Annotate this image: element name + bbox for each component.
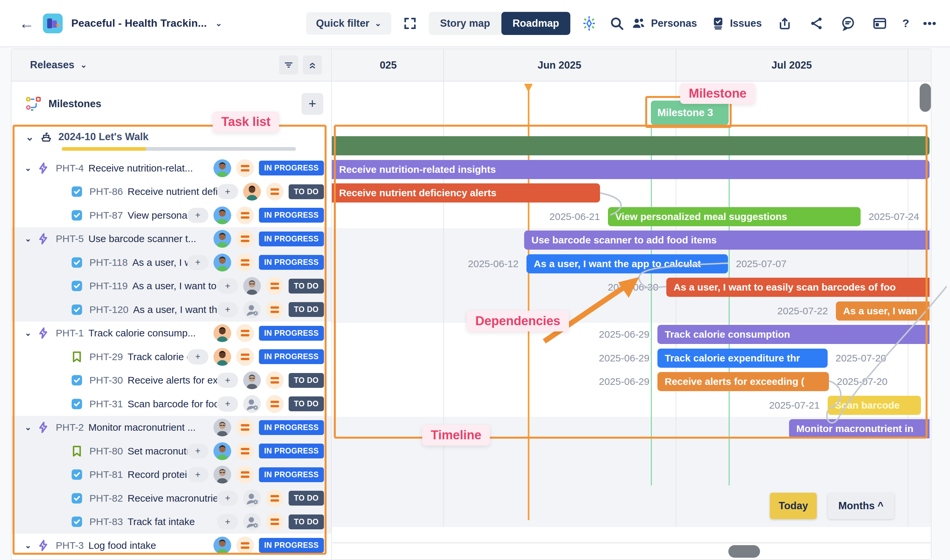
chevron-expand-icon[interactable]: ⌄ <box>25 131 34 143</box>
status-badge[interactable]: TO DO <box>289 302 324 317</box>
status-badge[interactable]: IN PROGRESS <box>259 467 324 482</box>
timeline-bar[interactable]: Scan barcode <box>828 396 921 415</box>
status-badge[interactable]: TO DO <box>289 491 324 506</box>
avatar[interactable] <box>243 183 261 200</box>
task-row-pht-120[interactable]: PHT-120As a user, I want the...+TO DO <box>12 298 331 322</box>
status-badge[interactable]: IN PROGRESS <box>259 161 324 175</box>
chevron-expand-icon[interactable]: ⌄ <box>25 328 36 338</box>
priority-medium-icon[interactable] <box>236 418 254 436</box>
export-icon[interactable] <box>776 14 794 32</box>
task-row-pht-82[interactable]: PHT-82Receive macronutrie...+TO DO <box>12 486 331 510</box>
chevron-expand-icon[interactable]: ⌄ <box>25 423 36 432</box>
add-icon[interactable]: + <box>187 467 208 482</box>
avatar[interactable] <box>213 418 231 436</box>
status-badge[interactable]: TO DO <box>289 279 324 294</box>
release-row[interactable]: ⌄ 2024-10 Let's Walk <box>12 125 331 156</box>
task-row-pht-87[interactable]: PHT-87View personali...+IN PROGRESS <box>12 203 331 227</box>
add-icon[interactable]: + <box>187 443 208 459</box>
timeline-bar[interactable]: As a user, I want the app to calculat <box>527 254 728 274</box>
chevron-expand-icon[interactable]: ⌄ <box>25 541 36 550</box>
project-chevron-down-icon[interactable]: ⌄ <box>216 19 222 28</box>
status-badge[interactable]: IN PROGRESS <box>259 538 324 553</box>
chevron-expand-icon[interactable]: ⌄ <box>25 234 36 243</box>
status-badge[interactable]: IN PROGRESS <box>259 443 324 458</box>
avatar[interactable] <box>243 513 261 531</box>
status-badge[interactable]: IN PROGRESS <box>259 349 324 364</box>
avatar[interactable] <box>213 466 231 483</box>
priority-medium-icon[interactable] <box>236 230 254 248</box>
add-icon[interactable]: + <box>217 184 238 199</box>
today-button[interactable]: Today <box>770 493 817 519</box>
panel-icon[interactable] <box>871 14 888 32</box>
priority-medium-icon[interactable] <box>236 442 254 460</box>
priority-medium-icon[interactable] <box>236 206 254 224</box>
avatar[interactable] <box>213 206 231 224</box>
horizontal-scrollbar[interactable] <box>333 543 931 559</box>
priority-medium-icon[interactable] <box>266 183 284 200</box>
task-row-pht-2[interactable]: ⌄PHT-2Monitor macronutrient ...IN PROGRE… <box>12 416 331 440</box>
avatar[interactable] <box>213 348 231 366</box>
status-badge[interactable]: TO DO <box>289 397 324 411</box>
status-badge[interactable]: TO DO <box>289 373 324 388</box>
more-menu-button[interactable]: ••• <box>923 17 937 30</box>
personas-button[interactable]: Personas <box>631 16 697 31</box>
help-button[interactable]: ? <box>902 17 910 30</box>
task-row-pht-80[interactable]: PHT-80Set macronutri...+IN PROGRESS <box>12 439 331 463</box>
task-row-pht-3[interactable]: ⌄PHT-3Log food intakeIN PROGRESS <box>12 534 331 557</box>
priority-medium-icon[interactable] <box>266 301 284 318</box>
add-icon[interactable]: + <box>187 349 208 365</box>
avatar[interactable] <box>213 537 231 554</box>
timeline-bar[interactable]: As a user, I want to easily scan barcode… <box>666 278 930 297</box>
avatar[interactable] <box>213 230 231 248</box>
tab-story-map[interactable]: Story map <box>429 12 501 35</box>
timeline-bar[interactable]: View personalized meal suggestions <box>608 207 861 226</box>
avatar[interactable] <box>213 254 231 271</box>
avatar[interactable] <box>213 159 231 177</box>
priority-medium-icon[interactable] <box>266 489 284 507</box>
timeline-bar[interactable]: Track calorie consumption <box>657 325 930 344</box>
avatar[interactable] <box>243 371 261 389</box>
task-row-pht-31[interactable]: PHT-31Scan barcode for foo...+TO DO <box>12 392 331 416</box>
task-row-pht-5[interactable]: ⌄PHT-5Use barcode scanner t...IN PROGRES… <box>12 227 331 251</box>
months-zoom-button[interactable]: Months ^ <box>828 493 894 519</box>
vertical-scrollbar-thumb[interactable] <box>920 83 931 112</box>
task-row-pht-30[interactable]: PHT-30Receive alerts for exc...+TO DO <box>12 369 331 392</box>
avatar[interactable] <box>243 395 261 413</box>
task-row-pht-29[interactable]: PHT-29Track calorie e...+IN PROGRESS <box>12 345 331 369</box>
status-badge[interactable]: IN PROGRESS <box>259 420 324 435</box>
filter-button[interactable] <box>279 55 298 75</box>
add-icon[interactable]: + <box>217 373 238 388</box>
status-badge[interactable]: IN PROGRESS <box>259 326 324 341</box>
priority-medium-icon[interactable] <box>236 348 254 366</box>
tab-roadmap[interactable]: Roadmap <box>501 12 570 35</box>
add-icon[interactable]: + <box>217 278 238 294</box>
timeline-bar[interactable]: Use barcode scanner to add food items <box>524 231 930 250</box>
task-row-pht-4[interactable]: ⌄PHT-4Receive nutrition-relat...IN PROGR… <box>12 156 331 180</box>
back-icon[interactable]: ← <box>19 14 34 32</box>
add-icon[interactable]: + <box>217 491 238 506</box>
status-badge[interactable]: TO DO <box>289 185 324 199</box>
share-icon[interactable] <box>807 14 825 32</box>
add-icon[interactable]: + <box>217 514 238 529</box>
timeline-bar[interactable]: Receive alerts for exceeding ( <box>657 372 829 391</box>
task-row-pht-81[interactable]: PHT-81Record protein ...+IN PROGRESS <box>12 463 331 487</box>
priority-medium-icon[interactable] <box>266 371 284 389</box>
task-row-pht-119[interactable]: PHT-119As a user, I want to e...+TO DO <box>12 274 331 298</box>
priority-medium-icon[interactable] <box>236 466 254 483</box>
horizontal-scrollbar-thumb[interactable] <box>728 545 760 558</box>
avatar[interactable] <box>243 489 261 507</box>
milestone-3-pill[interactable]: Milestone 3 <box>651 101 729 125</box>
releases-dropdown[interactable]: Releases ⌄ <box>30 59 87 71</box>
add-icon[interactable]: + <box>187 208 208 223</box>
avatar[interactable] <box>243 277 261 295</box>
avatar[interactable] <box>213 442 231 460</box>
timeline-bar[interactable]: Receive nutrition-related insights <box>332 160 930 179</box>
priority-medium-icon[interactable] <box>266 277 284 295</box>
collapse-all-button[interactable] <box>303 55 322 75</box>
release-timeline-bar[interactable] <box>332 136 930 155</box>
status-badge[interactable]: IN PROGRESS <box>259 208 324 223</box>
quick-filter-button[interactable]: Quick filter ⌄ <box>306 12 391 35</box>
timeline-bar[interactable]: Track calorie expenditure thr <box>657 349 828 368</box>
status-badge[interactable]: IN PROGRESS <box>259 232 324 246</box>
task-row-pht-86[interactable]: PHT-86Receive nutrient defi...+TO DO <box>12 180 331 204</box>
